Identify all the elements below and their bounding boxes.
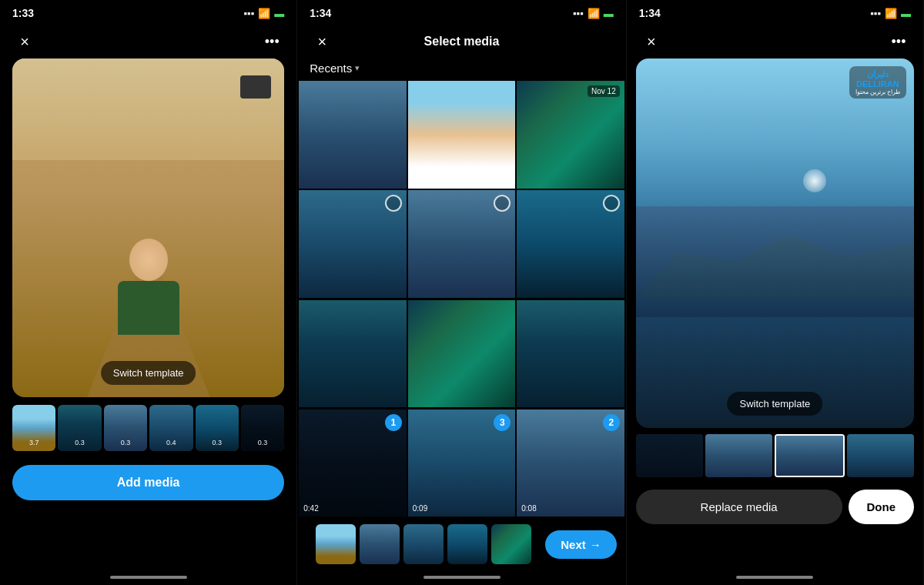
- select-circle-11: 2: [603, 414, 620, 431]
- media-cell-6[interactable]: [299, 300, 407, 408]
- thumb-bg-1: [360, 524, 400, 564]
- editor-content-p1: Switch template 3.7 0.3 0.3 0.4 0.3: [0, 58, 296, 571]
- status-bar-p1: 1:33 ▪▪▪ 📶 ▬: [0, 0, 296, 25]
- nav-bar-p3: × •••: [627, 25, 923, 58]
- scene-lake: [636, 58, 914, 428]
- person-head: [129, 239, 168, 281]
- timeline-clip-0[interactable]: 3.7: [12, 405, 55, 451]
- thumb-bg-3: [447, 524, 487, 564]
- thumb-item-4[interactable]: [491, 524, 531, 564]
- timeline-clip-p3-2[interactable]: [775, 434, 845, 477]
- thumb-bg-2: [403, 524, 444, 564]
- cell-bg-6: [299, 300, 407, 408]
- close-button-p3[interactable]: ×: [639, 29, 664, 54]
- home-indicator-p2: [424, 576, 500, 579]
- close-button-p1[interactable]: ×: [12, 29, 37, 54]
- cell-duration-9: 0:42: [303, 504, 318, 513]
- replace-media-button[interactable]: Replace media: [636, 490, 842, 524]
- preview-frame-p3: دلیران DELLIRAN طراح برترین محتوا Switch…: [636, 58, 914, 428]
- media-cell-9[interactable]: 1 0:42: [299, 410, 407, 517]
- timeline-clip-3[interactable]: 0.4: [149, 405, 192, 451]
- timeline-clip-2[interactable]: 0.3: [104, 405, 147, 451]
- media-cell-8[interactable]: [517, 300, 624, 408]
- timeline-clip-4[interactable]: 0.3: [196, 405, 239, 451]
- media-cell-10[interactable]: 3 0:09: [408, 410, 516, 517]
- media-cell-2[interactable]: Nov 12: [517, 81, 624, 189]
- clip-duration-1: 0.3: [61, 439, 98, 448]
- timeline-clip-p3-1[interactable]: [705, 434, 772, 477]
- media-cell-3[interactable]: [299, 190, 407, 298]
- timeline-clip-p3-3[interactable]: [847, 434, 914, 477]
- done-button[interactable]: Done: [849, 490, 915, 524]
- select-media-title: Select media: [424, 35, 500, 48]
- next-arrow-icon: →: [590, 538, 601, 551]
- person-body: [118, 281, 179, 335]
- battery-icon-p3: ▬: [901, 8, 911, 19]
- cell-duration-10: 0:09: [413, 504, 427, 513]
- switch-template-btn-p1[interactable]: Switch template: [101, 361, 196, 385]
- time-p3: 1:34: [639, 7, 661, 19]
- thumb-item-3[interactable]: [447, 524, 487, 564]
- cell-bg-1: [408, 81, 516, 189]
- timeline-clip-p3-0[interactable]: [636, 434, 703, 477]
- nav-bar-p1: × •••: [0, 25, 296, 58]
- status-bar-p2: 1:34 ▪▪▪ 📶 ▬: [297, 0, 626, 25]
- media-cell-11[interactable]: 2 0:08: [517, 410, 624, 517]
- clip-duration-2: 0.3: [107, 439, 144, 448]
- watermark-brand: DELLIRAN: [856, 79, 899, 89]
- watermark-brand-top: دلیران: [867, 69, 889, 79]
- select-circle-10: 3: [494, 414, 511, 431]
- battery-icon-p1: ▬: [274, 8, 284, 19]
- clip-duration-3: 0.4: [152, 439, 189, 448]
- status-icons-p1: ▪▪▪ 📶 ▬: [243, 8, 284, 19]
- media-cell-7[interactable]: [408, 300, 516, 408]
- watermark-overlay: دلیران DELLIRAN طراح برترین محتوا: [849, 66, 906, 99]
- wifi-icon-p2: 📶: [588, 8, 600, 19]
- timeline-clip-5[interactable]: 0.3: [241, 405, 284, 451]
- signal-icon-p3: ▪▪▪: [870, 8, 881, 19]
- action-bar-p3: Replace media Done: [627, 483, 923, 537]
- wifi-icon-p3: 📶: [885, 8, 897, 19]
- person-silhouette: [110, 239, 187, 346]
- home-indicator-p1: [110, 576, 187, 579]
- thumb-item-1[interactable]: [360, 524, 400, 564]
- cell-bg-7: [408, 300, 516, 408]
- thumb-item-2[interactable]: [403, 524, 444, 564]
- status-icons-p2: ▪▪▪ 📶 ▬: [573, 8, 614, 19]
- select-circle-5: [603, 195, 620, 212]
- media-cell-1[interactable]: 0:19: [408, 81, 516, 189]
- selected-thumbnails: [306, 517, 541, 571]
- close-button-p2[interactable]: ×: [310, 29, 334, 54]
- cell-date-badge-2: Nov 12: [588, 85, 620, 97]
- recents-label: Recents: [310, 62, 352, 75]
- clip-duration-4: 0.3: [199, 439, 236, 448]
- home-indicator-p3: [736, 576, 813, 579]
- media-cell-0[interactable]: [299, 81, 407, 189]
- recents-bar[interactable]: Recents ▾: [297, 58, 626, 81]
- watermark-sub: طراح برترین محتوا: [855, 89, 900, 95]
- clip-duration-5: 0.3: [244, 439, 281, 448]
- sun-glare: [803, 169, 826, 192]
- media-cell-5[interactable]: [517, 190, 624, 298]
- select-circle-3: [385, 195, 402, 212]
- media-cell-4[interactable]: [408, 190, 516, 298]
- thumb-item-0[interactable]: [316, 524, 356, 564]
- add-media-button[interactable]: Add media: [12, 465, 284, 500]
- time-p1: 1:33: [12, 7, 34, 19]
- signal-icon-p2: ▪▪▪: [573, 8, 584, 19]
- wifi-icon-p1: 📶: [258, 8, 270, 19]
- nav-bar-p2: × Select media: [297, 25, 626, 58]
- clip-p3-bg-3: [847, 434, 914, 477]
- next-button[interactable]: Next →: [545, 530, 617, 559]
- thumb-bg-0: [316, 524, 356, 564]
- switch-template-btn-p3[interactable]: Switch template: [728, 392, 823, 416]
- panel-video-editor: 1:33 ▪▪▪ 📶 ▬ × •••: [0, 0, 297, 585]
- scene-desert: [12, 58, 284, 397]
- sky-area: [12, 58, 284, 160]
- preview-content-p3: دلیران DELLIRAN طراح برترین محتوا Switch…: [627, 58, 923, 571]
- timeline-clip-1[interactable]: 0.3: [58, 405, 101, 451]
- more-button-p3[interactable]: •••: [886, 29, 911, 54]
- more-button-p1[interactable]: •••: [259, 29, 284, 54]
- main-preview-p1: Switch template: [12, 58, 284, 397]
- vehicle-corner: [240, 75, 271, 99]
